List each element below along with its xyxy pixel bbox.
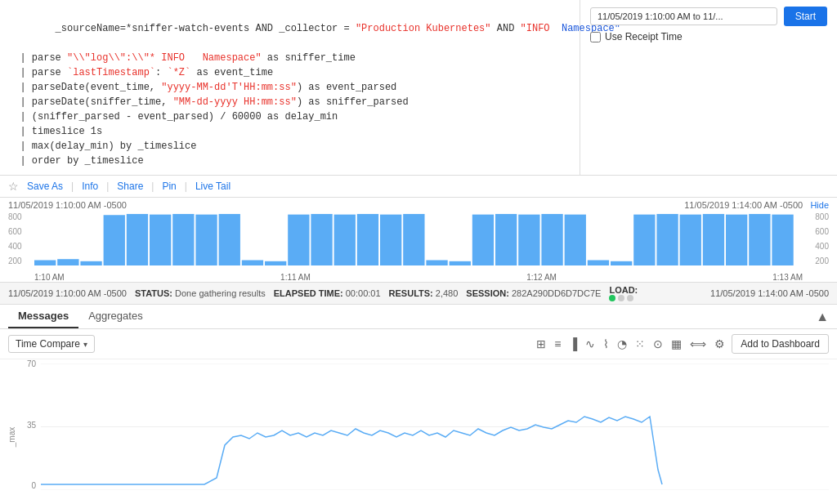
svg-rect-22 <box>541 214 562 265</box>
time-compare-dropdown[interactable]: Time Compare ▾ <box>8 335 95 353</box>
svg-rect-3 <box>104 215 125 265</box>
hist-right-area: 11/05/2019 1:14:00 AM -0500 Hide <box>684 200 829 210</box>
scatter-icon[interactable]: ⁙ <box>633 336 647 352</box>
sep2: | <box>106 181 109 192</box>
svg-rect-19 <box>472 215 494 265</box>
pie-chart-icon[interactable]: ◔ <box>615 336 629 352</box>
save-as-link[interactable]: Save As <box>27 181 63 192</box>
chart-toolbar-left: Time Compare ▾ <box>8 335 95 353</box>
map-icon[interactable]: ⊙ <box>651 336 665 352</box>
status-left: 11/05/2019 1:10:00 AM -0500 STATUS: Done… <box>8 285 638 301</box>
gear-icon[interactable]: ⚙ <box>713 336 727 352</box>
svg-rect-2 <box>80 261 101 265</box>
tab-aggregates[interactable]: Aggregates <box>78 305 153 328</box>
collapse-icon[interactable]: ▲ <box>816 310 829 324</box>
live-tail-link[interactable]: Live Tail <box>195 181 231 192</box>
star-icon[interactable]: ☆ <box>8 180 19 193</box>
results-val: 2,480 <box>436 288 459 298</box>
histogram-x-axis: 1:10 AM 1:11 AM 1:12 AM 1:13 AM <box>34 273 803 282</box>
add-to-dashboard-button[interactable]: Add to Dashboard <box>732 334 829 354</box>
hist-right-time: 11/05/2019 1:14:00 AM -0500 <box>684 200 803 210</box>
load-dots <box>609 295 638 301</box>
svg-rect-17 <box>426 261 447 266</box>
svg-rect-6 <box>172 214 194 265</box>
area-chart-icon[interactable]: ⌇ <box>602 336 611 352</box>
sep1: | <box>71 181 74 192</box>
sep3: | <box>151 181 154 192</box>
query-line-4: | parseDate(event_time, "yyyy-MM-dd'T'HH… <box>8 80 571 95</box>
time-compare-label: Time Compare <box>16 338 80 350</box>
heatmap-icon[interactable]: ▦ <box>669 336 683 352</box>
receipt-time-label: Use Receipt Time <box>605 31 683 42</box>
bar-chart-icon[interactable]: ▐ <box>567 336 579 352</box>
status-key: STATUS: <box>135 288 172 298</box>
results-tabs: Messages Aggregates ▲ <box>0 305 837 329</box>
share-link[interactable]: Share <box>117 181 143 192</box>
toolbar: ☆ Save As | Info | Share | Pin | Live Ta… <box>0 176 837 198</box>
svg-rect-31 <box>749 214 770 265</box>
hist-y-axis-left: 800 600 400 200 <box>8 212 33 265</box>
svg-rect-4 <box>127 214 148 265</box>
results-section: Messages Aggregates ▲ Time Compare ▾ ⊞ ≡… <box>0 305 837 504</box>
time-range-display[interactable]: 11/05/2019 1:10:00 AM to 11/... <box>590 7 777 25</box>
svg-rect-27 <box>656 214 678 265</box>
elapsed-val: 00:00:01 <box>346 288 381 298</box>
svg-rect-13 <box>334 215 356 265</box>
elapsed-label: ELAPSED TIME: 00:00:01 <box>274 288 381 298</box>
hist-y-axis-right: 800 600 400 200 <box>804 212 829 265</box>
svg-rect-12 <box>311 214 332 265</box>
svg-rect-18 <box>450 261 471 265</box>
svg-rect-29 <box>703 214 724 265</box>
line-chart-icon[interactable]: ∿ <box>584 336 597 352</box>
status-val: Done gathering results <box>175 288 266 298</box>
svg-rect-32 <box>772 215 793 265</box>
receipt-time-checkbox[interactable] <box>590 32 601 42</box>
load-dot-2 <box>618 295 624 301</box>
status-label: STATUS: Done gathering results <box>135 288 266 298</box>
table-grid-icon[interactable]: ⊞ <box>535 336 548 352</box>
svg-rect-10 <box>265 261 286 265</box>
results-key: RESULTS: <box>389 288 433 298</box>
pin-link[interactable]: Pin <box>162 181 176 192</box>
svg-rect-14 <box>357 214 378 265</box>
query-line-2: | parse "\\"log\\":\\"* INFO Namespace" … <box>8 51 571 65</box>
query-controls: 11/05/2019 1:10:00 AM to 11/... Start Us… <box>580 0 837 175</box>
svg-rect-28 <box>680 215 701 265</box>
query-editor[interactable]: _sourceName=*sniffer-watch-events AND _c… <box>0 0 580 175</box>
line-chart-section: 70 35 0 _max 01:10:00 AM 01:10:30 AM 01:… <box>0 359 837 504</box>
chart-toolbar-right: ⊞ ≡ ▐ ∿ ⌇ ◔ ⁙ ⊙ ▦ ⟺ ⚙ Add to Dashboard <box>535 334 829 354</box>
y-label-35: 35 <box>27 421 36 430</box>
query-line-5: | parseDate(sniffer_time, "MM-dd-yyyy HH… <box>8 95 571 109</box>
receipt-time-row: Use Receipt Time <box>590 31 827 42</box>
svg-rect-20 <box>495 214 517 265</box>
y-label-70: 70 <box>27 359 36 368</box>
histogram-header: 11/05/2019 1:10:00 AM -0500 11/05/2019 1… <box>0 198 837 212</box>
status-left-time: 11/05/2019 1:10:00 AM -0500 <box>8 288 127 298</box>
start-button[interactable]: Start <box>784 7 827 26</box>
status-right-time: 11/05/2019 1:14:00 AM -0500 <box>710 288 829 298</box>
histogram-hide-button[interactable]: Hide <box>810 200 829 210</box>
info-link[interactable]: Info <box>82 181 98 192</box>
list-view-icon[interactable]: ≡ <box>553 336 562 352</box>
svg-rect-25 <box>611 261 632 265</box>
query-line-1: _sourceName=*sniffer-watch-events AND _c… <box>8 7 571 51</box>
query-line-8: | max(delay_min) by _timeslice <box>8 139 571 154</box>
line-chart-svg <box>41 364 829 490</box>
svg-rect-24 <box>588 261 609 266</box>
more-options-icon[interactable]: ⟺ <box>688 336 708 352</box>
session-key: SESSION: <box>466 288 509 298</box>
query-section: _sourceName=*sniffer-watch-events AND _c… <box>0 0 837 176</box>
svg-rect-26 <box>633 215 655 265</box>
svg-rect-0 <box>34 261 56 266</box>
svg-rect-16 <box>403 214 424 265</box>
sep4: | <box>185 181 187 192</box>
status-bar: 11/05/2019 1:10:00 AM -0500 STATUS: Done… <box>0 283 837 305</box>
svg-rect-8 <box>219 214 240 265</box>
results-label: RESULTS: 2,480 <box>389 288 459 298</box>
svg-rect-15 <box>380 215 401 265</box>
load-label: LOAD: <box>609 285 638 301</box>
time-range-row: 11/05/2019 1:10:00 AM to 11/... Start <box>590 7 827 26</box>
load-dot-3 <box>627 295 633 301</box>
svg-rect-23 <box>565 215 586 265</box>
tab-messages[interactable]: Messages <box>8 305 78 328</box>
